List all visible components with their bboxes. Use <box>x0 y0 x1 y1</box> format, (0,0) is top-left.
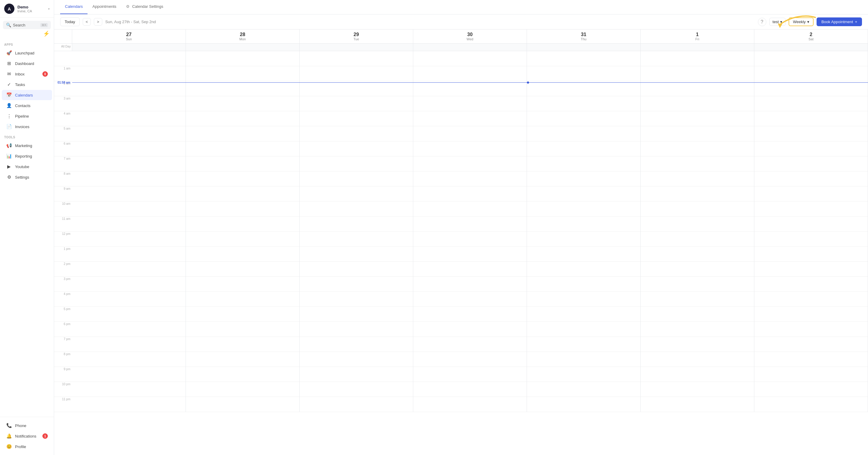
day-col-sun[interactable] <box>72 51 186 412</box>
day-slot-5-14[interactable] <box>641 262 754 277</box>
day-slot-4-11[interactable] <box>527 216 640 232</box>
day-slot-2-5[interactable] <box>300 126 413 141</box>
day-slot-4-6[interactable] <box>527 141 640 156</box>
day-slot-1-23[interactable] <box>186 397 299 412</box>
day-slot-2-0[interactable] <box>300 51 413 66</box>
day-slot-0-13[interactable] <box>72 247 186 262</box>
day-slot-5-20[interactable] <box>641 352 754 367</box>
day-col-thu[interactable] <box>527 51 641 412</box>
allday-cell-1[interactable] <box>186 43 300 51</box>
day-slot-4-23[interactable] <box>527 397 640 412</box>
day-slot-1-3[interactable] <box>186 96 299 111</box>
day-slot-3-16[interactable] <box>413 292 527 307</box>
day-slot-5-9[interactable] <box>641 186 754 202</box>
day-slot-0-8[interactable] <box>72 172 186 186</box>
day-slot-0-7[interactable] <box>72 156 186 172</box>
day-slot-6-8[interactable] <box>754 172 868 186</box>
day-slot-4-13[interactable] <box>527 247 640 262</box>
day-slot-6-16[interactable] <box>754 292 868 307</box>
sidebar-item-youtube[interactable]: ▶Youtube <box>2 161 52 172</box>
day-slot-4-10[interactable] <box>527 202 640 216</box>
day-slot-3-19[interactable] <box>413 337 527 352</box>
day-slot-3-17[interactable] <box>413 307 527 322</box>
day-col-fri[interactable] <box>641 51 754 412</box>
day-slot-0-16[interactable] <box>72 292 186 307</box>
day-slot-1-6[interactable] <box>186 141 299 156</box>
day-slot-0-15[interactable] <box>72 277 186 292</box>
day-slot-3-3[interactable] <box>413 96 527 111</box>
day-slot-1-11[interactable] <box>186 216 299 232</box>
day-slot-1-0[interactable] <box>186 51 299 66</box>
day-slot-5-17[interactable] <box>641 307 754 322</box>
day-col-mon[interactable] <box>186 51 300 412</box>
day-slot-5-18[interactable] <box>641 322 754 337</box>
lightning-button[interactable]: ⚡ <box>43 30 50 37</box>
day-slot-3-11[interactable] <box>413 216 527 232</box>
day-slot-0-5[interactable] <box>72 126 186 141</box>
day-slot-0-1[interactable] <box>72 66 186 81</box>
day-slot-1-21[interactable] <box>186 367 299 382</box>
day-slot-3-21[interactable] <box>413 367 527 382</box>
day-slot-1-8[interactable] <box>186 172 299 186</box>
sidebar-item-launchpad[interactable]: 🚀Launchpad <box>2 48 52 58</box>
sidebar-item-notifications[interactable]: 🔔Notifications1 <box>2 431 52 441</box>
day-slot-6-10[interactable] <box>754 202 868 216</box>
day-slot-6-2[interactable] <box>754 81 868 96</box>
day-slot-5-6[interactable] <box>641 141 754 156</box>
day-slot-5-4[interactable] <box>641 111 754 126</box>
sidebar-item-phone[interactable]: 📞Phone <box>2 420 52 431</box>
day-slot-6-23[interactable] <box>754 397 868 412</box>
day-slot-2-7[interactable] <box>300 156 413 172</box>
day-slot-3-2[interactable] <box>413 81 527 96</box>
day-slot-1-17[interactable] <box>186 307 299 322</box>
day-slot-4-21[interactable] <box>527 367 640 382</box>
sidebar-item-calendars[interactable]: 📅Calendars <box>2 90 52 100</box>
day-slot-0-9[interactable] <box>72 186 186 202</box>
day-slot-6-19[interactable] <box>754 337 868 352</box>
day-slot-0-23[interactable] <box>72 397 186 412</box>
day-slot-1-12[interactable] <box>186 232 299 247</box>
day-slot-0-12[interactable] <box>72 232 186 247</box>
day-slot-5-2[interactable] <box>641 81 754 96</box>
day-slot-4-17[interactable] <box>527 307 640 322</box>
day-slot-6-6[interactable] <box>754 141 868 156</box>
day-slot-6-1[interactable] <box>754 66 868 81</box>
day-slot-3-18[interactable] <box>413 322 527 337</box>
day-slot-3-13[interactable] <box>413 247 527 262</box>
day-slot-6-22[interactable] <box>754 382 868 397</box>
day-slot-4-1[interactable] <box>527 66 640 81</box>
day-slot-2-12[interactable] <box>300 232 413 247</box>
day-slot-3-12[interactable] <box>413 232 527 247</box>
day-slot-4-20[interactable] <box>527 352 640 367</box>
day-slot-4-14[interactable] <box>527 262 640 277</box>
day-slot-6-3[interactable] <box>754 96 868 111</box>
day-slot-2-11[interactable] <box>300 216 413 232</box>
day-slot-0-20[interactable] <box>72 352 186 367</box>
day-slot-3-1[interactable] <box>413 66 527 81</box>
sidebar-item-dashboard[interactable]: ⊞Dashboard <box>2 58 52 68</box>
calendar-selector[interactable]: test ▾ <box>769 18 786 26</box>
day-slot-3-22[interactable] <box>413 382 527 397</box>
day-slot-3-8[interactable] <box>413 172 527 186</box>
tab-calendars[interactable]: Calendars <box>60 0 88 14</box>
chevron-down-icon[interactable]: ▾ <box>48 7 50 10</box>
day-slot-6-13[interactable] <box>754 247 868 262</box>
day-slot-2-4[interactable] <box>300 111 413 126</box>
tab-calendar-settings[interactable]: ⚙ Calendar Settings <box>121 0 168 14</box>
sidebar-item-marketing[interactable]: 📢Marketing <box>2 141 52 151</box>
day-slot-0-6[interactable] <box>72 141 186 156</box>
day-slot-5-5[interactable] <box>641 126 754 141</box>
day-slot-1-19[interactable] <box>186 337 299 352</box>
day-slot-3-5[interactable] <box>413 126 527 141</box>
day-slot-3-15[interactable] <box>413 277 527 292</box>
day-slot-6-14[interactable] <box>754 262 868 277</box>
day-slot-2-2[interactable] <box>300 81 413 96</box>
day-slot-5-21[interactable] <box>641 367 754 382</box>
day-slot-4-4[interactable] <box>527 111 640 126</box>
day-slot-0-11[interactable] <box>72 216 186 232</box>
day-slot-2-20[interactable] <box>300 352 413 367</box>
day-slot-2-13[interactable] <box>300 247 413 262</box>
day-slot-2-3[interactable] <box>300 96 413 111</box>
day-slot-5-13[interactable] <box>641 247 754 262</box>
day-slot-6-18[interactable] <box>754 322 868 337</box>
